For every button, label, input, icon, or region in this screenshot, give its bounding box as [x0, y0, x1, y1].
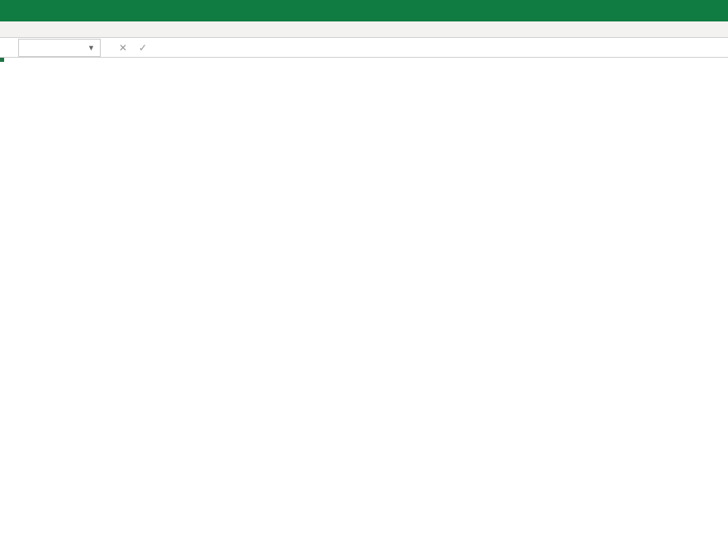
name-box-dropdown-icon[interactable]: ▼ — [87, 44, 95, 52]
sheet-area[interactable] — [0, 58, 728, 560]
formula-input[interactable] — [165, 40, 728, 56]
enter-formula-icon[interactable]: ✓ — [134, 40, 152, 56]
ribbon-body — [0, 21, 728, 38]
name-box[interactable]: ▼ — [18, 39, 101, 57]
active-cell-border — [0, 58, 3, 61]
fill-handle[interactable] — [0, 58, 4, 62]
formula-bar-row: ▼ ✕ ✓ — [0, 38, 728, 58]
cancel-formula-icon[interactable]: ✕ — [114, 40, 132, 56]
ribbon — [0, 0, 728, 21]
formula-buttons: ✕ ✓ — [114, 40, 158, 56]
